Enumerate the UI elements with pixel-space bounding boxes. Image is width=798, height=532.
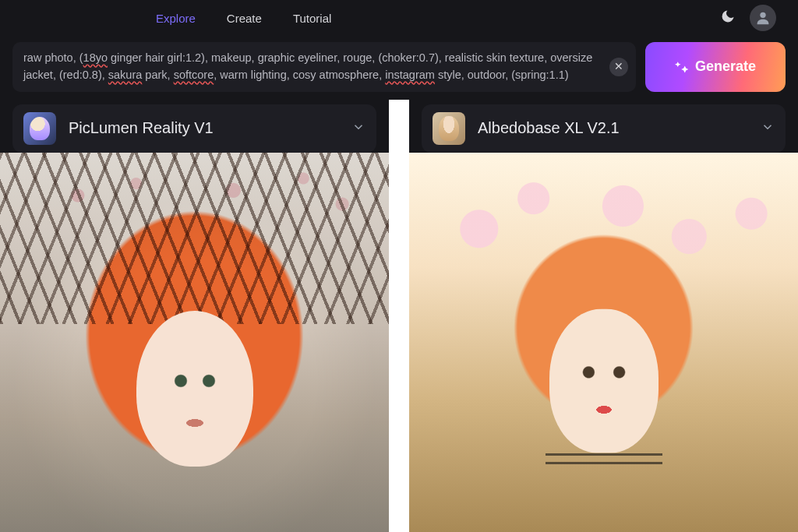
model-thumbnail-icon — [23, 112, 56, 145]
sparkle-icon — [675, 60, 689, 74]
clear-prompt-button[interactable]: ✕ — [609, 58, 628, 76]
prompt-bar: raw photo, (18yo ginger hair girl:1.2), … — [0, 36, 798, 100]
results-row — [0, 153, 798, 533]
top-nav: Explore Create Tutorial — [0, 0, 798, 36]
model-name-right: Albedobase XL V2.1 — [478, 119, 748, 137]
generate-button[interactable]: Generate — [645, 42, 786, 92]
moon-icon[interactable] — [720, 9, 736, 27]
model-selectors: PicLumen Reality V1 Albedobase XL V2.1 — [0, 100, 798, 153]
nav-tutorial[interactable]: Tutorial — [293, 12, 331, 25]
nav-explore[interactable]: Explore — [156, 12, 196, 25]
nav-right — [720, 5, 776, 31]
nav-links: Explore Create Tutorial — [156, 12, 331, 25]
svg-point-0 — [760, 12, 765, 18]
model-panel-right: Albedobase XL V2.1 — [409, 100, 798, 153]
nav-create[interactable]: Create — [227, 12, 262, 25]
prompt-input[interactable]: raw photo, (18yo ginger hair girl:1.2), … — [12, 42, 636, 92]
result-image-left[interactable] — [0, 153, 389, 533]
close-icon: ✕ — [614, 58, 623, 75]
chevron-down-icon — [761, 120, 775, 137]
result-image-right[interactable] — [409, 153, 798, 533]
prompt-text: raw photo, (18yo ginger hair girl:1.2), … — [23, 51, 592, 81]
generate-label: Generate — [695, 58, 756, 75]
panel-divider — [389, 100, 409, 153]
chevron-down-icon — [351, 120, 365, 137]
model-panel-left: PicLumen Reality V1 — [0, 100, 389, 153]
panel-divider — [389, 153, 409, 533]
model-select-left[interactable]: PicLumen Reality V1 — [12, 104, 376, 153]
model-thumbnail-icon — [433, 112, 465, 145]
generated-portrait-icon — [0, 153, 389, 533]
profile-avatar[interactable] — [750, 5, 776, 31]
model-name-left: PicLumen Reality V1 — [69, 119, 339, 137]
generated-portrait-icon — [409, 153, 798, 533]
model-select-right[interactable]: Albedobase XL V2.1 — [422, 104, 786, 153]
user-icon — [754, 9, 772, 26]
